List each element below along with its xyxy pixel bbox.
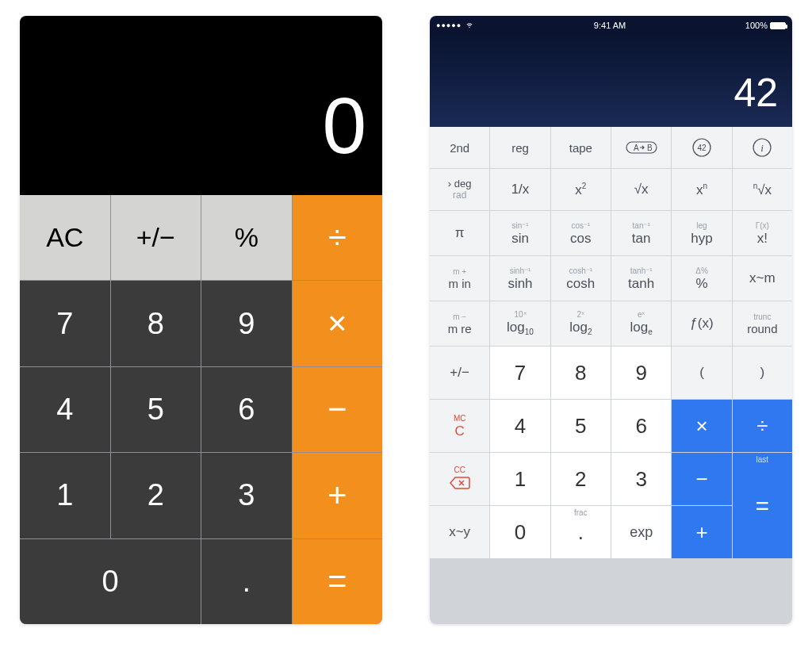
digit-7-button[interactable]: 7: [490, 347, 550, 399]
reg-button[interactable]: reg: [490, 127, 550, 168]
subtract-button[interactable]: −: [672, 453, 731, 505]
m-re-button[interactable]: m −m re: [430, 301, 489, 346]
digit-6-button[interactable]: 6: [201, 367, 292, 452]
sin-button[interactable]: sin⁻¹sin: [490, 211, 550, 255]
svg-text:B: B: [647, 144, 653, 152]
scientific-calculator: ●●●●● 9:41 AM 100% 42 2nd reg tape AB 42…: [430, 16, 792, 624]
sign-button[interactable]: +/−: [430, 347, 489, 399]
clear-button[interactable]: MCC: [430, 400, 489, 452]
svg-text:A: A: [634, 144, 639, 152]
display: 0: [20, 16, 382, 195]
digit-2-button[interactable]: 2: [551, 453, 611, 505]
status-bar: ●●●●● 9:41 AM 100%: [430, 16, 792, 35]
display: 42: [430, 35, 792, 127]
add-button[interactable]: +: [672, 506, 731, 558]
left-paren-button[interactable]: (: [672, 347, 731, 399]
divide-button[interactable]: ÷: [733, 400, 792, 452]
digit-1-button[interactable]: 1: [490, 453, 550, 505]
battery-indicator: 100%: [745, 21, 786, 30]
right-paren-button[interactable]: ): [733, 347, 792, 399]
digit-1-button[interactable]: 1: [20, 453, 110, 538]
x-tilde-m-button[interactable]: x~m: [733, 256, 792, 301]
tan-button[interactable]: tan⁻¹tan: [611, 211, 671, 255]
digit-4-button[interactable]: 4: [20, 367, 110, 452]
svg-text:i: i: [761, 142, 764, 154]
signal-dots-icon: ●●●●●: [436, 21, 462, 29]
multiply-button[interactable]: ×: [293, 281, 383, 366]
cosh-button[interactable]: cosh⁻¹cosh: [551, 256, 611, 301]
digit-5-button[interactable]: 5: [111, 367, 201, 452]
basic-calculator: 0 AC +/− % ÷ 7 8 9 × 4 5 6 − 1 2 3 + 0 .…: [20, 16, 382, 624]
tape-button[interactable]: tape: [551, 127, 611, 168]
loge-button[interactable]: eˣloge: [611, 301, 671, 346]
digit-8-button[interactable]: 8: [111, 281, 201, 366]
digit-4-button[interactable]: 4: [490, 400, 550, 452]
square-button[interactable]: x2: [551, 169, 611, 210]
multiply-button[interactable]: ×: [672, 400, 731, 452]
backspace-icon: [449, 476, 471, 492]
digit-7-button[interactable]: 7: [20, 281, 110, 366]
battery-icon: [770, 22, 786, 29]
digit-5-button[interactable]: 5: [551, 400, 611, 452]
sqrt-button[interactable]: √x: [611, 169, 671, 210]
keypad: 2nd reg tape AB 42 i › deg rad 1/x x2 √x…: [430, 127, 792, 624]
digit-0-button[interactable]: 0: [20, 539, 201, 624]
subtract-button[interactable]: −: [293, 367, 383, 452]
tanh-button[interactable]: tanh⁻¹tanh: [611, 256, 671, 301]
clock: 9:41 AM: [594, 21, 626, 30]
sinh-button[interactable]: sinh⁻¹sinh: [490, 256, 550, 301]
info-button[interactable]: i: [733, 127, 792, 168]
digit-0-button[interactable]: 0: [490, 506, 550, 558]
second-button[interactable]: 2nd: [430, 127, 489, 168]
cos-button[interactable]: cos⁻¹cos: [551, 211, 611, 255]
wifi-icon: [465, 20, 474, 31]
pi-button[interactable]: π: [430, 211, 489, 255]
round-button[interactable]: truncround: [733, 301, 792, 346]
percent-button[interactable]: %: [201, 195, 292, 280]
log2-button[interactable]: 2ˣlog2: [551, 301, 611, 346]
forty-two-button[interactable]: 42: [672, 127, 731, 168]
digit-8-button[interactable]: 8: [551, 347, 611, 399]
equals-button[interactable]: =: [293, 539, 383, 624]
log10-button[interactable]: 10ˣlog10: [490, 301, 550, 346]
ac-button[interactable]: AC: [20, 195, 110, 280]
digit-3-button[interactable]: 3: [201, 453, 292, 538]
add-button[interactable]: +: [293, 453, 383, 538]
deg-rad-button[interactable]: › deg rad: [430, 169, 489, 210]
equals-button[interactable]: last=: [733, 453, 792, 558]
nth-root-button[interactable]: n√x: [733, 169, 792, 210]
power-button[interactable]: xn: [672, 169, 731, 210]
digit-2-button[interactable]: 2: [111, 453, 201, 538]
digit-9-button[interactable]: 9: [201, 281, 292, 366]
percent-button[interactable]: Δ%%: [672, 256, 731, 301]
reciprocal-button[interactable]: 1/x: [490, 169, 550, 210]
exp-button[interactable]: exp: [611, 506, 671, 558]
digit-9-button[interactable]: 9: [611, 347, 671, 399]
battery-percent: 100%: [745, 21, 768, 30]
x-tilde-y-button[interactable]: x~y: [430, 506, 489, 558]
digit-3-button[interactable]: 3: [611, 453, 671, 505]
delete-button[interactable]: CC: [430, 453, 489, 505]
fx-button[interactable]: ƒ(x): [672, 301, 731, 346]
m-in-button[interactable]: m +m in: [430, 256, 489, 301]
factorial-button[interactable]: Γ(x)x!: [733, 211, 792, 255]
keypad: AC +/− % ÷ 7 8 9 × 4 5 6 − 1 2 3 + 0 . =: [20, 195, 382, 624]
decimal-button[interactable]: .: [201, 539, 292, 624]
svg-text:42: 42: [697, 144, 707, 152]
hyp-button[interactable]: leghyp: [672, 211, 731, 255]
sign-button[interactable]: +/−: [111, 195, 201, 280]
divide-button[interactable]: ÷: [293, 195, 383, 280]
digit-6-button[interactable]: 6: [611, 400, 671, 452]
convert-ab-button[interactable]: AB: [611, 127, 671, 168]
decimal-button[interactable]: frac.: [551, 506, 611, 558]
